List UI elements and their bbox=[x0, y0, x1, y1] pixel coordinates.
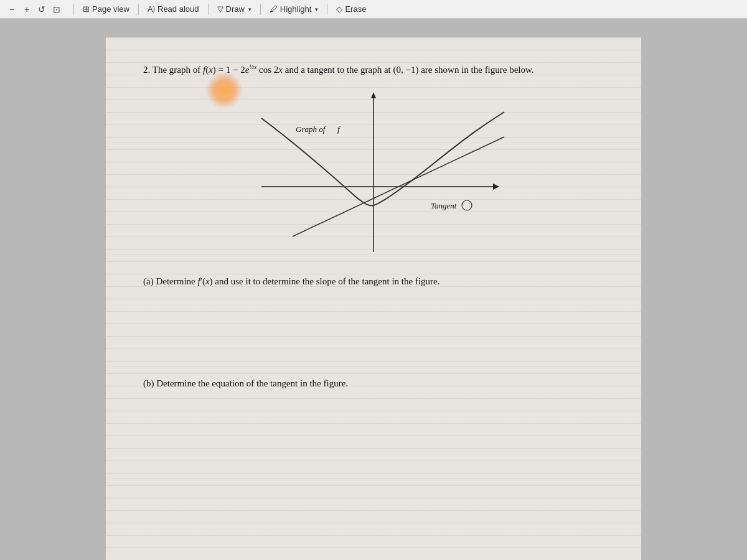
graph-svg: Graph of f Tangent bbox=[199, 87, 548, 261]
read-aloud-icon: A) bbox=[148, 4, 155, 14]
part-a-text: (a) Determine f′(x) and use it to determ… bbox=[143, 274, 604, 289]
separator-2 bbox=[138, 4, 139, 15]
part-b-text: (b) Determine the equation of the tangen… bbox=[143, 376, 604, 391]
separator-5 bbox=[327, 4, 327, 15]
separator-3 bbox=[208, 4, 209, 15]
minus-button[interactable]: − bbox=[5, 2, 19, 16]
read-aloud-label: Read aloud bbox=[157, 4, 199, 14]
highlight-label: Highlight bbox=[280, 4, 312, 14]
toolbar: − + ↺ ⊡ ⊞ Page view A) Read aloud ▽ Draw… bbox=[0, 0, 747, 19]
draw-label: Draw bbox=[226, 4, 245, 14]
erase-icon: ◇ bbox=[336, 4, 342, 14]
svg-point-6 bbox=[462, 200, 472, 210]
exponent: ½x bbox=[249, 63, 256, 70]
read-aloud-button[interactable]: A) Read aloud bbox=[144, 3, 203, 15]
graph-container: Graph of f Tangent bbox=[199, 87, 548, 261]
undo-button[interactable]: ↺ bbox=[35, 2, 49, 16]
draw-icon: ▽ bbox=[217, 4, 223, 14]
erase-button[interactable]: ◇ Erase bbox=[332, 3, 370, 15]
draw-chevron-icon: ▾ bbox=[248, 6, 251, 12]
paper: 2. The graph of f(x) = 1 − 2e½x cos 2x a… bbox=[106, 37, 641, 560]
svg-marker-3 bbox=[493, 184, 499, 190]
main-content: 2. The graph of f(x) = 1 − 2e½x cos 2x a… bbox=[0, 19, 747, 560]
answer-area-a[interactable] bbox=[143, 307, 604, 370]
function-notation: f bbox=[203, 65, 205, 75]
page-view-icon: ⊞ bbox=[83, 4, 90, 14]
var-x: x bbox=[209, 65, 213, 75]
page-view-button[interactable]: ⊞ Page view bbox=[79, 3, 133, 15]
problem-statement: 2. The graph of f(x) = 1 − 2e½x cos 2x a… bbox=[143, 62, 604, 77]
svg-marker-2 bbox=[371, 92, 376, 98]
separator-4 bbox=[260, 4, 261, 15]
problem-number: 2. bbox=[143, 65, 150, 75]
draw-button[interactable]: ▽ Draw ▾ bbox=[214, 3, 255, 15]
fit-button[interactable]: ⊡ bbox=[50, 2, 63, 16]
highlight-button[interactable]: 🖊 Highlight ▾ bbox=[266, 3, 322, 15]
plus-button[interactable]: + bbox=[20, 2, 34, 16]
page-view-label: Page view bbox=[92, 4, 129, 14]
erase-label: Erase bbox=[345, 4, 366, 14]
zoom-controls: − + ↺ ⊡ bbox=[5, 2, 63, 16]
highlight-icon: 🖊 bbox=[270, 4, 278, 14]
graph-f-label: Graph of bbox=[296, 124, 327, 134]
separator-1 bbox=[73, 4, 74, 15]
tangent-label-text: Tangent bbox=[431, 201, 457, 210]
highlight-chevron-icon: ▾ bbox=[315, 6, 318, 12]
svg-text:f: f bbox=[337, 124, 341, 134]
answer-area-b[interactable] bbox=[143, 409, 604, 472]
